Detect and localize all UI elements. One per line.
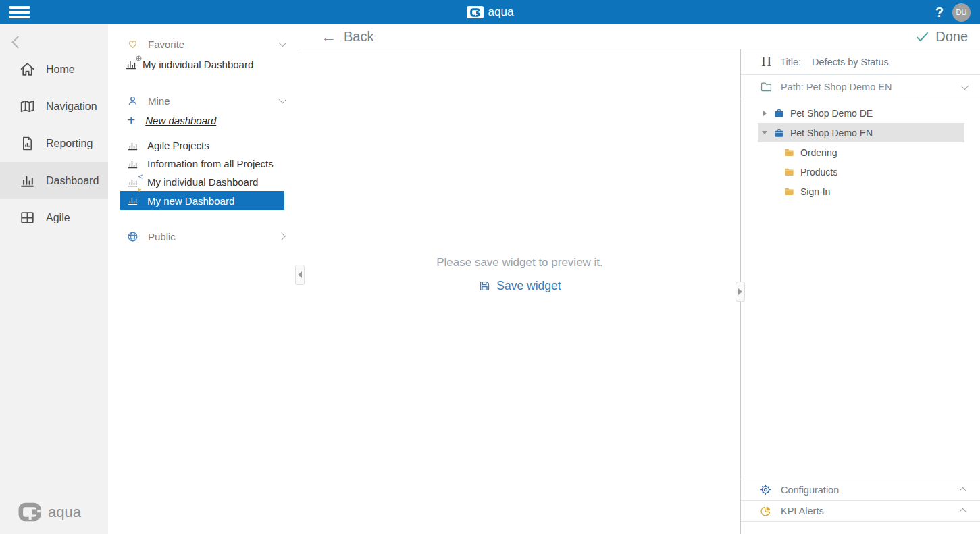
globe-badge-icon [136,55,142,61]
home-icon [19,61,36,78]
aqua-logo-gray-icon [18,502,42,522]
dashboard-item-label: My individual Dashboard [143,59,253,70]
dashboard-chart-icon [127,140,139,151]
save-widget-button[interactable]: Save widget [478,279,561,293]
gear-icon [759,483,772,496]
done-label: Done [935,29,968,45]
folder-outline-icon [760,81,773,92]
tree-item-project[interactable]: Pet Shop Demo DE [758,103,964,123]
widget-preview-area: Please save widget to preview it. Save w… [299,49,740,534]
done-button[interactable]: Done [916,29,968,45]
editor-content: ← Back Done Please save widget [299,24,980,534]
widget-path-row[interactable]: Path: Pet Shop Demo EN [741,75,980,99]
section-favorite[interactable]: Favorite [108,34,299,54]
report-document-icon [19,135,36,152]
help-icon[interactable]: ? [935,5,944,20]
collapse-right-panel-button[interactable] [736,282,745,302]
tree-item-folder[interactable]: Products [758,162,964,182]
dashboard-chart-icon [127,195,139,206]
new-dashboard-label: New dashboard [145,115,216,126]
section-mine[interactable]: Mine [108,90,299,111]
sidebar-item-agile[interactable]: Agile [0,199,108,236]
person-icon [126,95,139,107]
favorite-dashboard-item[interactable]: My individual Dashboard [108,54,299,74]
tree-item-label: Pet Shop Demo EN [790,128,873,138]
sidebar-item-dashboard[interactable]: Dashboard [0,162,108,199]
chevron-up-icon [959,487,966,494]
tree-item-folder[interactable]: Sign-In [758,182,964,201]
chevron-up-icon [959,508,966,516]
collapse-left-panel-button[interactable] [295,265,305,285]
check-icon [916,31,929,43]
project-briefcase-icon [773,128,785,138]
tree-item-label: Pet Shop Demo DE [790,108,873,119]
dashboard-item-selected[interactable]: My new Dashboard [120,191,284,210]
expander-collapsed-icon[interactable] [763,111,767,116]
section-public[interactable]: Public [108,226,299,246]
section-label: Favorite [148,38,270,50]
tree-item-label: Sign-In [800,186,830,197]
chevron-left-icon [11,36,24,48]
heart-badge-icon [136,187,143,192]
folder-icon [783,167,795,177]
chevron-down-icon [279,39,286,47]
hamburger-menu-icon[interactable] [9,5,30,20]
sidebar-item-reporting[interactable]: Reporting [0,125,108,162]
app-logo: aqua [467,0,514,24]
kpi-alerts-label: KPI Alerts [781,506,952,516]
dashboard-item-label: My individual Dashboard [147,176,258,188]
board-grid-icon [19,209,36,226]
configuration-section-header[interactable]: Configuration [741,479,980,500]
dashboard-item[interactable]: Agile Projects [108,136,299,155]
dashboard-chart-icon [125,59,137,70]
kpi-alerts-section-header[interactable]: KPI Alerts [741,500,980,522]
plus-icon: + [127,114,135,126]
expander-expanded-icon[interactable] [762,131,767,134]
project-tree: Pet Shop Demo DE Pet Shop Demo EN [741,99,980,479]
configuration-label: Configuration [781,485,952,496]
sidebar-footer-logo: aqua [18,502,81,522]
sidebar-item-label: Navigation [46,101,97,113]
tree-item-label: Ordering [800,147,837,158]
folder-icon [783,186,795,196]
dashboard-item-label: Information from all Projects [147,158,274,169]
share-badge-icon [138,173,144,180]
dashboard-chart-icon [127,159,139,169]
tree-item-project-selected[interactable]: Pet Shop Demo EN [758,123,964,142]
path-label: Path: Pet Shop Demo EN [781,82,953,92]
title-h-icon: H [761,53,771,70]
dashboards-panel: Favorite My individual Dashboard [108,24,299,534]
sidebar-item-label: Agile [46,212,70,224]
brand-name: aqua [488,5,514,19]
sidebar-item-home[interactable]: Home [0,51,108,88]
folder-icon [783,147,795,157]
tree-item-folder[interactable]: Ordering [758,142,964,162]
sidebar-item-label: Reporting [46,138,93,150]
dashboard-item[interactable]: My individual Dashboard [108,173,299,191]
dashboard-item-label: My new Dashboard [147,195,234,207]
new-dashboard-button[interactable]: + New dashboard [108,111,299,130]
aqua-logo-icon [467,6,484,18]
chevron-down-icon [961,82,969,89]
widget-title-row[interactable]: H Title: Defects by Status [741,49,980,75]
dashboard-item-label: Agile Projects [147,140,209,151]
preview-message: Please save widget to preview it. [436,256,603,269]
dashboard-item[interactable]: Information from all Projects [108,155,299,173]
heart-icon [126,38,139,50]
back-button[interactable]: ← Back [321,29,373,45]
triangle-left-icon [298,271,302,278]
back-label: Back [344,29,373,45]
dashboard-chart-icon [127,177,139,188]
user-avatar[interactable]: DU [952,3,971,22]
project-briefcase-icon [773,108,785,118]
tree-item-label: Products [800,167,837,178]
sidebar-item-navigation[interactable]: Navigation [0,88,108,125]
widget-settings-panel: H Title: Defects by Status Path: Pet Sho… [740,49,980,534]
pie-chart-icon [759,505,772,518]
main-sidebar: Home Navigation Reporting [0,24,108,534]
chevron-right-icon [278,232,285,240]
sidebar-item-label: Dashboard [46,175,99,187]
triangle-right-icon [738,288,742,295]
sidebar-collapse-button[interactable] [0,24,108,51]
top-bar: aqua ? DU [0,0,980,24]
